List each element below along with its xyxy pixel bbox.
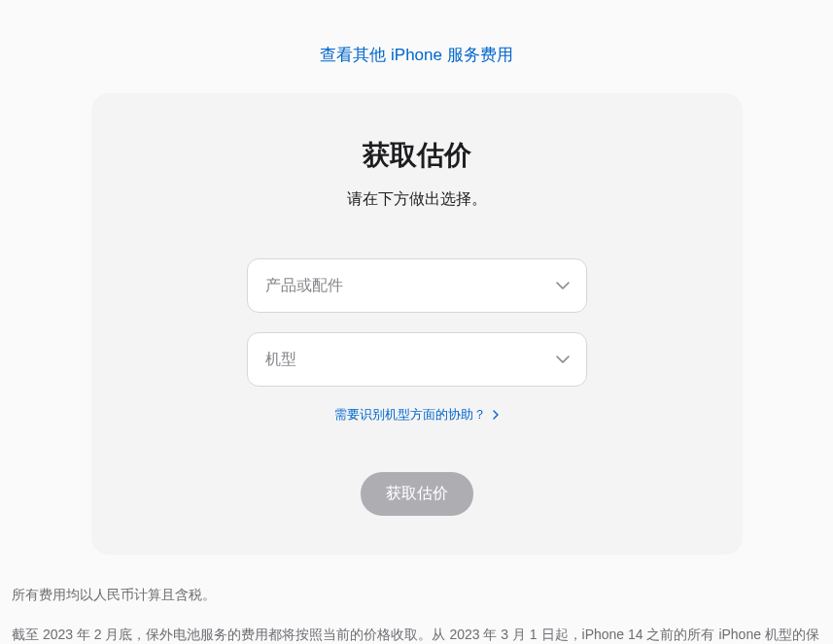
model-select-placeholder: 机型 xyxy=(265,350,296,370)
get-estimate-button[interactable]: 获取估价 xyxy=(361,472,473,516)
chevron-right-icon xyxy=(493,408,499,423)
product-select-placeholder: 产品或配件 xyxy=(265,276,343,296)
footer-notes: 所有费用均以人民币计算且含税。 截至 2023 年 2 月底，保外电池服务的费用… xyxy=(10,555,823,644)
card-subtitle: 请在下方做出选择。 xyxy=(130,189,704,210)
help-link-container: 需要识别机型方面的协助？ xyxy=(130,406,704,424)
product-select[interactable]: 产品或配件 xyxy=(247,258,587,313)
footer-note-2-prefix: 截至 2023 年 2 月底，保外电池服务的费用都将按照当前的价格收取。从 20… xyxy=(12,627,819,644)
identify-model-help-link[interactable]: 需要识别机型方面的协助？ xyxy=(334,407,500,422)
model-select[interactable]: 机型 xyxy=(247,332,587,387)
estimate-card: 获取估价 请在下方做出选择。 产品或配件 机型 需要识别机型方面的协助？ xyxy=(91,93,743,555)
product-select-wrap: 产品或配件 xyxy=(247,258,587,313)
other-services-link[interactable]: 查看其他 iPhone 服务费用 xyxy=(320,46,512,64)
card-title: 获取估价 xyxy=(130,137,704,174)
top-link-container: 查看其他 iPhone 服务费用 xyxy=(10,0,823,93)
footer-note-1: 所有费用均以人民币计算且含税。 xyxy=(12,582,821,608)
model-select-wrap: 机型 xyxy=(247,332,587,387)
footer-note-2: 截至 2023 年 2 月底，保外电池服务的费用都将按照当前的价格收取。从 20… xyxy=(12,622,821,644)
help-link-label: 需要识别机型方面的协助？ xyxy=(334,407,486,422)
